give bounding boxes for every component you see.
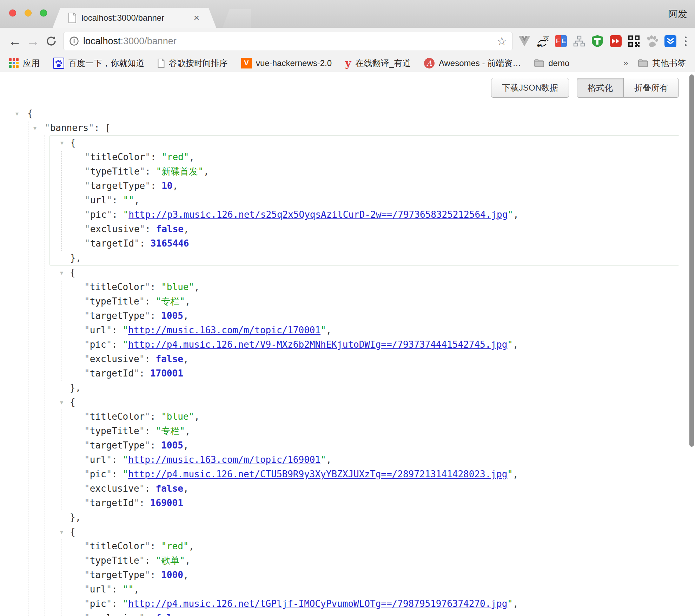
json-bool-value: false <box>156 483 183 494</box>
browser-toolbar: ← → localhost:3000/banner ☆ 英 en FE <box>0 28 695 54</box>
json-array-item: ▼{"titleColor": "blue","typeTitle": "专栏"… <box>49 395 695 525</box>
json-link-value[interactable]: http://p4.music.126.net/V9-MXz6b2MNhEKju… <box>128 339 507 350</box>
json-quote: " <box>84 584 90 595</box>
tab-close-icon[interactable]: × <box>192 13 201 23</box>
bookmark-awesomes[interactable]: A Awesomes - 前端资… <box>424 58 521 69</box>
json-comma: , <box>326 325 332 335</box>
other-bookmarks-folder[interactable]: 其他书签 <box>638 58 686 69</box>
collapse-toggle-icon[interactable]: ▼ <box>15 107 19 121</box>
json-key: exclusive <box>90 224 140 234</box>
json-string-value: "新碟首发" <box>156 166 204 177</box>
json-quote: " <box>84 310 90 321</box>
json-field-line: "url": "http://music.163.com/m/topic/169… <box>61 453 695 467</box>
json-tree: ▼{ ▼"banners": [ ▼{"titleColor": "red","… <box>0 106 695 616</box>
json-quote: " <box>123 209 129 220</box>
profile-name[interactable]: 阿发 <box>668 8 687 20</box>
json-field-line: "targetId": 169001 <box>61 496 695 510</box>
address-bar[interactable]: localhost:3000/banner ☆ <box>63 32 513 50</box>
json-quote: " <box>84 325 90 335</box>
reload-button[interactable] <box>42 32 60 50</box>
json-number-value: 170001 <box>150 368 183 379</box>
zoom-window-button[interactable] <box>40 9 47 17</box>
json-link-value[interactable]: http://p4.music.126.net/CTU5B9R9y3XyYBZX… <box>128 469 507 479</box>
json-quote: " <box>106 469 112 479</box>
json-field-line: "pic": "http://p4.music.126.net/CTU5B9R9… <box>61 467 695 481</box>
json-quote: " <box>507 339 513 350</box>
collapse-toggle-icon[interactable]: ▼ <box>60 266 63 280</box>
bookmark-vue-hackernews[interactable]: V vue-hackernews-2.0 <box>241 58 332 68</box>
json-link-value[interactable]: http://music.163.com/m/topic/170001 <box>128 325 320 335</box>
bookmark-google-sort[interactable]: 谷歌按时间排序 <box>158 58 228 69</box>
json-link-value[interactable]: http://p4.music.126.net/tGPljf-IMOCyPvum… <box>128 598 507 609</box>
json-colon: : <box>150 440 161 451</box>
json-link-value[interactable]: http://p3.music.126.net/s25q2x5QyqsAzilC… <box>128 209 508 220</box>
json-quote: " <box>84 296 90 307</box>
json-field-line: "titleColor": "blue", <box>61 409 695 424</box>
forward-button[interactable]: → <box>24 32 42 50</box>
format-button[interactable]: 格式化 <box>577 78 624 98</box>
translate-extension-icon[interactable]: 英 en <box>536 34 549 48</box>
json-quote: " <box>145 570 150 580</box>
bookmarks-overflow-chevron[interactable]: » <box>623 58 628 68</box>
json-comma: , <box>183 440 189 451</box>
collapse-toggle-icon[interactable]: ▼ <box>60 395 63 410</box>
minimize-window-button[interactable] <box>25 9 32 17</box>
bookmark-youdao-translate[interactable]: y 在线翻译_有道 <box>345 57 411 69</box>
collapse-toggle-icon[interactable]: ▼ <box>60 136 64 150</box>
browser-menu-icon[interactable] <box>682 37 689 46</box>
browser-tab[interactable]: localhost:3000/banner × <box>53 8 216 28</box>
json-quote: " <box>84 598 90 609</box>
baidu-paw-icon <box>53 58 64 69</box>
json-quote: " <box>507 598 513 609</box>
json-number-value: 1005 <box>161 440 183 451</box>
json-number-value: 1000 <box>161 570 183 580</box>
bookmark-label: vue-hackernews-2.0 <box>256 58 332 68</box>
json-string-value: "歌单" <box>156 555 185 566</box>
json-quote: " <box>123 598 128 609</box>
bookmark-label: 百度一下，你就知道 <box>68 58 144 69</box>
json-key: url <box>90 195 107 205</box>
sitemap-extension-icon[interactable] <box>572 34 586 48</box>
new-tab-button[interactable] <box>223 9 251 28</box>
vue-devtools-icon[interactable] <box>518 34 531 48</box>
fe-helper-icon[interactable]: FE <box>554 34 568 48</box>
json-string-value: "red" <box>161 541 188 551</box>
json-link-value[interactable]: http://music.163.com/m/topic/169001 <box>128 454 320 465</box>
bookmark-label: 应用 <box>23 58 40 69</box>
bookmark-folder-demo[interactable]: demo <box>534 58 569 68</box>
json-field-line: "titleColor": "red", <box>61 539 695 553</box>
bookmark-label: 谷歌按时间排序 <box>169 58 228 69</box>
json-quote: " <box>85 152 90 162</box>
download-json-button[interactable]: 下载JSON数据 <box>491 78 569 98</box>
json-colon: : <box>112 209 123 220</box>
collapse-toggle-icon[interactable]: ▼ <box>33 121 37 136</box>
json-quote: " <box>139 354 145 364</box>
bookmark-baidu[interactable]: 百度一下，你就知道 <box>53 58 144 69</box>
vertical-scrollbar-thumb[interactable] <box>689 74 694 447</box>
url-text[interactable]: localhost:3000/banner <box>83 36 497 47</box>
json-bool-value: false <box>156 613 183 616</box>
json-comma: , <box>183 310 189 321</box>
fast-forward-extension-icon[interactable] <box>609 34 622 48</box>
page-info-icon[interactable] <box>69 36 79 46</box>
qr-code-extension-icon[interactable] <box>627 34 641 48</box>
bookmark-label: demo <box>548 58 569 68</box>
xunlei-extension-icon[interactable] <box>664 34 677 48</box>
tampermonkey-shield-icon[interactable] <box>591 34 604 48</box>
json-quote: " <box>106 454 112 465</box>
collapse-toggle-icon[interactable]: ▼ <box>60 525 63 539</box>
json-comma: , <box>188 541 194 551</box>
collapse-all-button[interactable]: 折叠所有 <box>623 78 679 98</box>
json-quote: " <box>145 440 150 451</box>
paw-extension-icon[interactable] <box>646 34 659 48</box>
json-comma: , <box>513 209 519 220</box>
json-object-open-line: ▼{ <box>49 266 695 280</box>
back-button[interactable]: ← <box>6 32 24 50</box>
json-quote: " <box>84 440 90 451</box>
bookmark-star-icon[interactable]: ☆ <box>497 34 507 48</box>
bookmark-apps[interactable]: 应用 <box>9 58 40 69</box>
close-window-button[interactable] <box>9 9 16 17</box>
json-field-line: "targetId": 170001 <box>61 366 695 381</box>
json-comma: , <box>183 570 189 580</box>
json-string-value: "red" <box>161 152 189 162</box>
